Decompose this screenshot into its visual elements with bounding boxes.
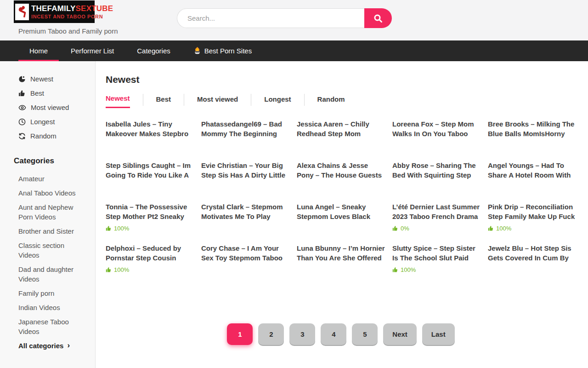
sidebar-item-newest[interactable]: Newest bbox=[18, 75, 95, 83]
sidebar-item-label: Newest bbox=[30, 75, 53, 83]
video-card[interactable]: Abby Rose – Sharing The Bed With Squirti… bbox=[392, 161, 481, 202]
video-card[interactable]: Crystal Clark – Stepmom Motivates Me To … bbox=[201, 202, 289, 243]
video-title[interactable]: Bree Brooks – Milking The Blue Balls Mom… bbox=[488, 119, 576, 138]
nav-item-categories[interactable]: Categories bbox=[126, 40, 181, 61]
video-title[interactable]: Jewelz Blu – Hot Step Sis Gets Covered I… bbox=[488, 243, 576, 263]
sidebar-category-aunt-nephew[interactable]: Aunt and Nephew Porn Videos bbox=[18, 202, 80, 222]
video-card[interactable]: Luna Bbunny – I’m Hornier Than You Are S… bbox=[297, 243, 385, 285]
video-rating-value: 100% bbox=[496, 225, 511, 232]
nav-label: Best Porn Sites bbox=[204, 47, 252, 55]
all-categories-link[interactable]: All categories › bbox=[18, 341, 95, 350]
video-title[interactable]: Slutty Spice – Step Sister Is The School… bbox=[392, 243, 481, 263]
video-card[interactable]: Bree Brooks – Milking The Blue Balls Mom… bbox=[488, 119, 576, 161]
sidebar-item-most-viewed[interactable]: Most viewed bbox=[18, 104, 95, 111]
thumbs-up-icon bbox=[392, 267, 398, 273]
video-card[interactable]: Jewelz Blu – Hot Step Sis Gets Covered I… bbox=[488, 243, 576, 285]
video-title[interactable]: Abby Rose – Sharing The Bed With Squirti… bbox=[392, 161, 481, 180]
thumbs-up-icon bbox=[106, 225, 112, 231]
pagination-page-1[interactable]: 1 bbox=[227, 323, 253, 345]
sidebar-item-random[interactable]: Random bbox=[18, 132, 95, 140]
sidebar-category-indian[interactable]: Indian Videos bbox=[18, 303, 80, 312]
video-title[interactable]: Angel Youngs – Had To Share A Hotel Room… bbox=[488, 161, 576, 180]
video-rating-value: 0% bbox=[401, 225, 409, 232]
video-rating-value: 100% bbox=[114, 225, 129, 232]
pagination-next-button[interactable]: Next bbox=[383, 323, 417, 345]
video-card[interactable]: Tonnia – The Possessive Step Mother Pt2 … bbox=[106, 202, 194, 243]
video-title[interactable]: Luna Angel – Sneaky Stepmom Loves Black … bbox=[297, 202, 385, 221]
all-categories-label: All categories bbox=[18, 342, 63, 350]
video-title[interactable]: Phatassedangel69 – Bad Mommy The Beginni… bbox=[201, 119, 289, 138]
video-card[interactable]: Loreena Fox – Step Mom Walks In On You T… bbox=[392, 119, 481, 161]
sidebar-category-dad-daughter[interactable]: Dad and daughter Videos bbox=[18, 264, 80, 284]
pagination-page-3[interactable]: 3 bbox=[289, 323, 315, 345]
nav-item-home[interactable]: Home bbox=[18, 40, 59, 61]
video-card[interactable]: Angel Youngs – Had To Share A Hotel Room… bbox=[488, 161, 576, 202]
sidebar-category-anal-taboo[interactable]: Anal Taboo Videos bbox=[18, 188, 80, 198]
sidebar-item-label: Longest bbox=[30, 118, 55, 126]
sidebar-category-amateur[interactable]: Amateur bbox=[18, 174, 80, 184]
search-input[interactable] bbox=[177, 8, 364, 28]
pagination-page-4[interactable]: 4 bbox=[321, 323, 346, 345]
tab-random[interactable]: Random bbox=[317, 92, 345, 108]
tab-separator bbox=[304, 94, 305, 106]
sort-tabs: Newest Best Most viewed Longest Random bbox=[106, 92, 579, 108]
video-rating: 100% bbox=[106, 266, 194, 273]
video-rating: 0% bbox=[392, 225, 481, 232]
video-title[interactable]: Delphoxi – Seduced by Pornstar Step Cous… bbox=[106, 243, 194, 263]
video-title[interactable]: Pink Drip – Reconciliation Step Family M… bbox=[488, 202, 576, 221]
video-card[interactable]: Jessica Aaren – Chilly Redhead Step Mom … bbox=[297, 119, 385, 161]
tab-newest[interactable]: Newest bbox=[106, 92, 130, 108]
video-title[interactable]: Evie Christian – Your Big Step Sis Has A… bbox=[201, 161, 289, 180]
eye-icon bbox=[18, 104, 26, 111]
site-logo[interactable]: THEFAMILYSEXTUBE INCEST AND TABOO PORN bbox=[14, 0, 95, 23]
video-title[interactable]: Isabella Jules – Tiny Makeover Makes Ste… bbox=[106, 119, 194, 138]
sidebar-category-brother-sister[interactable]: Brother and Sister bbox=[18, 226, 80, 236]
nav-label: Home bbox=[29, 47, 48, 55]
chevron-right-icon: › bbox=[67, 341, 70, 350]
video-title[interactable]: Jessica Aaren – Chilly Redhead Step Mom … bbox=[297, 119, 385, 138]
sidebar-item-best[interactable]: Best bbox=[18, 89, 95, 97]
tab-best[interactable]: Best bbox=[156, 92, 171, 108]
video-card[interactable]: Cory Chase – I Am Your Sex Toy Stepmom T… bbox=[201, 243, 289, 285]
video-card[interactable]: Luna Angel – Sneaky Stepmom Loves Black … bbox=[297, 202, 385, 243]
video-rating-value: 100% bbox=[114, 266, 129, 273]
video-card[interactable]: Step Siblings Caught – Im Going To Ride … bbox=[106, 161, 194, 202]
video-title[interactable]: L’été Dernier Last Summer 2023 Taboo Fre… bbox=[392, 202, 481, 221]
video-card[interactable]: Isabella Jules – Tiny Makeover Makes Ste… bbox=[106, 119, 194, 161]
video-title[interactable]: Loreena Fox – Step Mom Walks In On You T… bbox=[392, 119, 481, 138]
pagination-page-5[interactable]: 5 bbox=[352, 323, 378, 345]
sidebar-category-family-porn[interactable]: Family porn bbox=[18, 288, 80, 298]
site-tagline: Premium Taboo and Family porn bbox=[18, 27, 118, 35]
tab-longest[interactable]: Longest bbox=[264, 92, 291, 108]
video-card[interactable]: Delphoxi – Seduced by Pornstar Step Cous… bbox=[106, 243, 194, 285]
nav-item-best-porn-sites[interactable]: Best Porn Sites bbox=[182, 40, 263, 61]
sidebar-item-label: Random bbox=[30, 132, 57, 140]
tab-separator bbox=[251, 94, 251, 106]
video-title[interactable]: Step Siblings Caught – Im Going To Ride … bbox=[106, 161, 194, 180]
tab-most-viewed[interactable]: Most viewed bbox=[197, 92, 238, 108]
logo-figure-icon bbox=[15, 4, 29, 20]
video-card[interactable]: Phatassedangel69 – Bad Mommy The Beginni… bbox=[201, 119, 289, 161]
video-title[interactable]: Alexa Chains & Jesse Pony – The House Gu… bbox=[297, 161, 385, 180]
video-card[interactable]: Evie Christian – Your Big Step Sis Has A… bbox=[201, 161, 289, 202]
video-card[interactable]: Slutty Spice – Step Sister Is The School… bbox=[392, 243, 481, 285]
video-title[interactable]: Luna Bbunny – I’m Hornier Than You Are S… bbox=[297, 243, 385, 263]
video-title[interactable]: Crystal Clark – Stepmom Motivates Me To … bbox=[201, 202, 289, 221]
sidebar-item-longest[interactable]: Longest bbox=[18, 118, 95, 126]
sidebar-category-japanese[interactable]: Japanese Taboo Videos bbox=[18, 317, 80, 336]
nav-item-performer-list[interactable]: Performer List bbox=[60, 40, 125, 61]
video-title[interactable]: Tonnia – The Possessive Step Mother Pt2 … bbox=[106, 202, 194, 221]
sidebar-category-classic[interactable]: Classic section Videos bbox=[18, 241, 80, 260]
video-card[interactable]: L’été Dernier Last Summer 2023 Taboo Fre… bbox=[392, 202, 481, 243]
search-button[interactable] bbox=[364, 8, 392, 28]
video-card[interactable]: Alexa Chains & Jesse Pony – The House Gu… bbox=[297, 161, 385, 202]
pagination-last-button[interactable]: Last bbox=[422, 323, 455, 345]
nav-label: Performer List bbox=[71, 47, 114, 55]
thumbs-up-icon bbox=[18, 90, 26, 97]
video-card[interactable]: Pink Drip – Reconciliation Step Family M… bbox=[488, 202, 576, 243]
pagination-page-2[interactable]: 2 bbox=[258, 323, 284, 345]
site-header: THEFAMILYSEXTUBE INCEST AND TABOO PORN P… bbox=[0, 0, 588, 40]
video-title[interactable]: Cory Chase – I Am Your Sex Toy Stepmom T… bbox=[201, 243, 289, 263]
logo-subtitle: INCEST AND TABOO PORN bbox=[31, 14, 113, 19]
pagination: 1 2 3 4 5 Next Last bbox=[106, 323, 576, 345]
